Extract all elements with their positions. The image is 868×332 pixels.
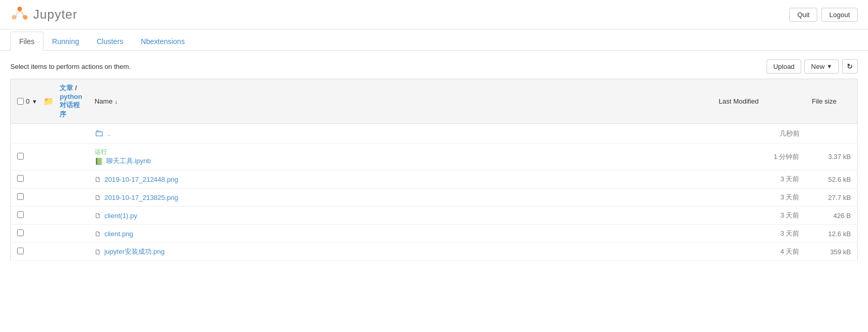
tab-nbextensions[interactable]: Nbextensions	[132, 32, 194, 51]
table-header-row: 0 ▼ 📁 文章 / python对话程序 Nam	[11, 79, 858, 124]
file-name-cell: 🗋client(1).py	[89, 207, 713, 225]
tab-files[interactable]: Files	[10, 32, 43, 51]
file-size: 426 B	[806, 207, 858, 225]
svg-point-2	[12, 15, 17, 20]
logout-button[interactable]: Logout	[821, 8, 858, 22]
file-name-text: 2019-10-17_213825.png	[105, 194, 178, 201]
notebook-icon: 📗	[95, 157, 103, 165]
col-name-label: Name	[95, 97, 113, 105]
breadcrumb-sep1: /	[75, 84, 77, 92]
file-link[interactable]: 🗋client.png	[95, 230, 707, 238]
sort-name-button[interactable]: Name ↓	[95, 97, 117, 105]
file-table: 0 ▼ 📁 文章 / python对话程序 Nam	[10, 79, 858, 261]
file-modified: 1 分钟前	[713, 143, 806, 170]
col-header-modified: Last Modified	[713, 79, 806, 124]
file-modified: 4 天前	[713, 243, 806, 261]
file-size	[806, 124, 858, 143]
file-name-text: jupyter安装成功.png	[105, 247, 165, 256]
file-size: 12.6 kB	[806, 225, 858, 243]
folder-parent-icon: 🗀	[95, 128, 104, 139]
file-size: 3.37 kB	[806, 143, 858, 170]
logo: Jupyter	[10, 5, 78, 24]
col-header-name: Name ↓	[89, 79, 713, 124]
file-link[interactable]: 📗聊天工具.ipynb	[95, 156, 707, 166]
file-checkbox[interactable]	[17, 248, 24, 254]
file-icon: 🗋	[95, 230, 101, 238]
table-row: 🗋jupyter安装成功.png4 天前359 kB	[11, 243, 858, 261]
file-modified: 3 天前	[713, 207, 806, 225]
file-modified: 几秒前	[713, 124, 806, 143]
file-name-cell: 🗋2019-10-17_212448.png	[89, 170, 713, 189]
svg-point-0	[18, 7, 22, 11]
file-name-text: 聊天工具.ipynb	[106, 156, 151, 166]
file-icon: 🗋	[95, 194, 101, 201]
sort-arrow-icon: ↓	[114, 98, 117, 105]
tab-clusters[interactable]: Clusters	[88, 32, 132, 51]
new-button-label: New	[811, 63, 825, 70]
new-button[interactable]: New ▼	[804, 60, 839, 74]
file-name-cell: 🗋jupyter安装成功.png	[89, 243, 713, 261]
file-icon: 🗋	[95, 248, 101, 256]
col-header-size: File size	[806, 79, 858, 124]
toolbar: Select items to perform actions on them.…	[10, 59, 858, 74]
file-size: 27.7 kB	[806, 189, 858, 207]
file-checkbox[interactable]	[17, 175, 24, 182]
upload-button[interactable]: Upload	[767, 60, 801, 74]
file-size: 52.6 kB	[806, 170, 858, 189]
table-row: 🗋client(1).py3 天前426 B	[11, 207, 858, 225]
folder-icon-breadcrumb: 📁	[43, 96, 54, 106]
refresh-button[interactable]: ↻	[842, 59, 858, 74]
col-header-check: 0 ▼ 📁 文章 / python对话程序	[11, 79, 89, 124]
toolbar-right: Upload New ▼ ↻	[767, 59, 858, 74]
file-name-cell: 🗋client.png	[89, 225, 713, 243]
content-area: Select items to perform actions on them.…	[0, 51, 868, 269]
table-row: 运行📗聊天工具.ipynb1 分钟前3.37 kB	[11, 143, 858, 170]
file-name-text: client.png	[105, 230, 134, 238]
svg-point-1	[23, 15, 27, 20]
running-badge: 运行	[95, 148, 107, 155]
app-title: Jupyter	[33, 7, 78, 22]
table-row: 🗋2019-10-17_213825.png3 天前27.7 kB	[11, 189, 858, 207]
tab-running[interactable]: Running	[43, 32, 88, 51]
breadcrumb-current: python对话程序	[60, 93, 82, 118]
table-row: 🗋client.png3 天前12.6 kB	[11, 225, 858, 243]
breadcrumb-root[interactable]: 文章	[60, 84, 73, 92]
file-checkbox[interactable]	[17, 229, 24, 236]
file-link[interactable]: 🗋2019-10-17_213825.png	[95, 194, 707, 201]
file-link[interactable]: 🗀..	[95, 128, 707, 139]
table-row: 🗋2019-10-17_212448.png3 天前52.6 kB	[11, 170, 858, 189]
file-link[interactable]: 🗋jupyter安装成功.png	[95, 247, 707, 256]
file-name-text: 2019-10-17_212448.png	[105, 176, 178, 183]
check-dropdown-arrow[interactable]: ▼	[32, 98, 37, 105]
file-link[interactable]: 🗋2019-10-17_212448.png	[95, 176, 707, 183]
file-checkbox[interactable]	[17, 153, 24, 160]
file-icon: 🗋	[95, 176, 101, 183]
file-name-cell: 🗋2019-10-17_213825.png	[89, 189, 713, 207]
file-icon: 🗋	[95, 212, 101, 220]
file-name-text: ..	[107, 129, 111, 137]
select-all-checkbox[interactable]	[17, 98, 24, 105]
file-name-cell: 运行📗聊天工具.ipynb	[89, 143, 713, 170]
file-name-text: client(1).py	[105, 212, 138, 220]
select-hint: Select items to perform actions on them.	[10, 63, 131, 70]
header: Jupyter Quit Logout	[0, 0, 868, 30]
jupyter-logo-icon	[10, 5, 29, 24]
file-name-cell: 🗀..	[89, 124, 713, 143]
file-modified: 3 天前	[713, 189, 806, 207]
file-modified: 3 天前	[713, 225, 806, 243]
file-modified: 3 天前	[713, 170, 806, 189]
quit-button[interactable]: Quit	[789, 8, 817, 22]
file-checkbox[interactable]	[17, 211, 24, 218]
file-size: 359 kB	[806, 243, 858, 261]
check-count: 0	[26, 97, 30, 105]
tabs-bar: Files Running Clusters Nbextensions	[0, 32, 868, 51]
table-row: 🗀..几秒前	[11, 124, 858, 143]
header-buttons: Quit Logout	[789, 8, 858, 22]
file-list-body: 🗀..几秒前运行📗聊天工具.ipynb1 分钟前3.37 kB🗋2019-10-…	[11, 124, 858, 261]
new-dropdown-arrow: ▼	[827, 63, 832, 69]
breadcrumb: 文章 / python对话程序	[60, 83, 82, 119]
file-link[interactable]: 🗋client(1).py	[95, 212, 707, 220]
file-checkbox[interactable]	[17, 193, 24, 200]
